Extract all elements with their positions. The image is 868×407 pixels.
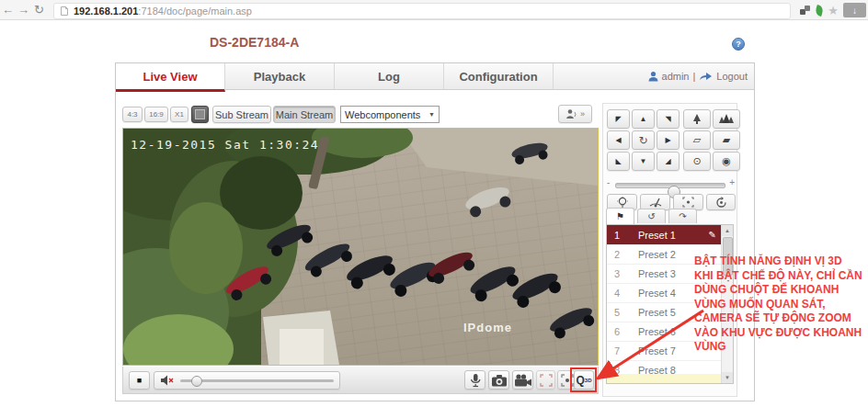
aspect-4-3-button[interactable]: 4:3 xyxy=(122,107,143,122)
window-layout-button[interactable] xyxy=(191,106,209,123)
tab-log[interactable]: Log xyxy=(335,63,444,89)
video-canvas[interactable]: 12-19-2015 Sat 1:30:24 IPdome xyxy=(122,128,599,366)
preset-number: 4 xyxy=(607,288,638,299)
zoom-out-button[interactable] xyxy=(683,109,711,129)
volume-handle[interactable] xyxy=(191,376,202,387)
speed-track[interactable] xyxy=(615,183,725,188)
osd-watermark: IPdome xyxy=(463,321,512,334)
logout-link[interactable]: Logout xyxy=(716,71,748,82)
forward-icon[interactable]: → xyxy=(16,3,31,17)
pan-left-icon: ◀ xyxy=(615,136,621,144)
reload-icon[interactable]: ↻ xyxy=(31,3,47,17)
microphone-button[interactable] xyxy=(464,370,485,390)
back-icon[interactable]: ← xyxy=(0,3,16,17)
pan-right-button[interactable]: ▶ xyxy=(657,130,680,150)
wiper-icon xyxy=(649,197,662,208)
page-favicon-icon xyxy=(60,6,69,17)
layout-icon xyxy=(195,109,205,119)
original-size-button[interactable]: X1 xyxy=(170,107,188,122)
pan-down-left-icon: ◣ xyxy=(615,157,621,165)
tab-patrol[interactable]: ↺ xyxy=(637,209,666,223)
annotation-line: BẬT TÍNH NĂNG ĐỊNH VỊ 3D xyxy=(694,254,868,269)
microphone-icon xyxy=(469,373,482,388)
scroll-up-button[interactable]: ▲ xyxy=(722,225,733,236)
device-title: DS-2DE7184-A xyxy=(210,35,299,50)
annotation-highlight-box xyxy=(570,367,597,392)
camera-icon xyxy=(491,374,508,387)
pan-up-button[interactable]: ▲ xyxy=(632,109,655,129)
camera-web-page: ← → ↻ 192.168.1.201:7184/doc/page/main.a… xyxy=(0,0,868,407)
preset-label: Preset 3 xyxy=(638,268,676,279)
edit-pencil-icon[interactable]: ✎ xyxy=(709,230,716,240)
annotation-line: CAMERA SẼ TỰ ĐỘNG ZOOM xyxy=(694,311,868,326)
focus-near-button[interactable]: ▱ xyxy=(683,130,711,150)
two-way-audio-toggle-button[interactable]: » xyxy=(558,105,592,123)
auto-scan-icon: ↻ xyxy=(638,134,647,147)
lens-initialize-button[interactable] xyxy=(706,194,736,210)
pan-up-icon: ▲ xyxy=(640,115,647,123)
preset-number: 6 xyxy=(607,326,638,337)
pan-down-right-button[interactable]: ◢ xyxy=(657,152,680,171)
scroll-down-button[interactable]: ▼ xyxy=(722,372,733,383)
help-button[interactable]: ? xyxy=(732,38,745,51)
user-name: admin xyxy=(662,71,690,82)
tab-configuration[interactable]: Configuration xyxy=(444,63,554,89)
pan-left-button[interactable]: ◀ xyxy=(607,130,630,150)
iris-close-icon: ⊙ xyxy=(692,155,701,167)
download-button[interactable]: ↓ xyxy=(843,3,866,17)
preset-row[interactable]: 1 Preset 1 ✎ xyxy=(607,225,724,245)
speed-plus-label: + xyxy=(729,177,735,187)
preset-label: Preset 4 xyxy=(638,288,676,299)
pan-up-left-button[interactable]: ◤ xyxy=(607,109,630,129)
share-extension-icon[interactable] xyxy=(799,5,811,17)
annotation-line: KHI BẬT CHẾ ĐỘ NÀY, CHỈ CẦN xyxy=(694,269,868,284)
lens-initialize-icon xyxy=(715,197,727,209)
pan-up-left-icon: ◤ xyxy=(615,115,621,123)
preset-label: Preset 5 xyxy=(638,307,676,318)
pan-up-right-icon: ◥ xyxy=(665,115,670,123)
osd-timestamp: 12-19-2015 Sat 1:30:24 xyxy=(131,138,319,152)
volume-track[interactable] xyxy=(180,379,334,382)
auto-scan-button[interactable]: ↻ xyxy=(632,130,655,150)
pan-down-left-button[interactable]: ◣ xyxy=(607,152,630,171)
aspect-16-9-button[interactable]: 16:9 xyxy=(144,107,168,122)
pan-down-button[interactable]: ▼ xyxy=(632,152,655,171)
tab-live-view[interactable]: Live View xyxy=(116,63,225,92)
tab-pattern[interactable]: ↷ xyxy=(668,209,697,223)
expand-right-icon: » xyxy=(580,109,585,119)
tab-playback[interactable]: Playback xyxy=(225,63,335,89)
sub-stream-button[interactable]: Sub Stream xyxy=(212,106,271,123)
browser-extensions: ★ ↓ xyxy=(799,0,866,20)
regional-exposure-button[interactable] xyxy=(536,370,555,390)
iris-close-button[interactable]: ⊙ xyxy=(683,152,711,171)
preset-flag-icon: ⚑ xyxy=(616,211,624,221)
user-divider: | xyxy=(692,71,695,82)
iris-open-button[interactable]: ◉ xyxy=(713,152,740,171)
auxiliary-focus-icon xyxy=(682,197,694,208)
volume-control[interactable] xyxy=(154,371,340,390)
ptz-speed-slider[interactable]: - + xyxy=(606,175,736,192)
plugin-select[interactable]: Webcomponents ▼ xyxy=(340,106,440,123)
pattern-icon: ↷ xyxy=(679,211,686,221)
record-button[interactable] xyxy=(512,370,533,390)
address-bar[interactable]: 192.168.1.201:7184/doc/page/main.asp xyxy=(53,3,791,19)
main-stream-button[interactable]: Main Stream xyxy=(273,106,336,123)
capture-button[interactable] xyxy=(488,370,509,390)
stop-button[interactable]: ■ xyxy=(129,371,150,390)
annotation-line: VÙNG xyxy=(694,340,868,355)
live-video-scene: 12-19-2015 Sat 1:30:24 IPdome xyxy=(123,129,598,365)
pan-down-icon: ▼ xyxy=(640,157,647,165)
focus-far-button[interactable]: ▰ xyxy=(713,130,740,150)
user-area: admin | Logout xyxy=(648,63,748,89)
chevron-down-icon: ▼ xyxy=(428,111,435,118)
preset-label: Preset 1 xyxy=(638,230,676,241)
pan-up-right-button[interactable]: ◥ xyxy=(657,109,680,129)
zoom-in-button[interactable] xyxy=(713,109,740,129)
tab-preset[interactable]: ⚑ xyxy=(606,208,634,224)
user-icon xyxy=(648,71,658,82)
url-host: 192.168.1.201 xyxy=(74,6,138,17)
browser-chrome: ← → ↻ 192.168.1.201:7184/doc/page/main.a… xyxy=(0,0,868,20)
annotation-line: VÙNG MUỐN QUAN SÁT, xyxy=(694,298,868,312)
bookmark-star-icon[interactable]: ★ xyxy=(828,4,839,17)
leaf-extension-icon[interactable] xyxy=(815,5,825,17)
